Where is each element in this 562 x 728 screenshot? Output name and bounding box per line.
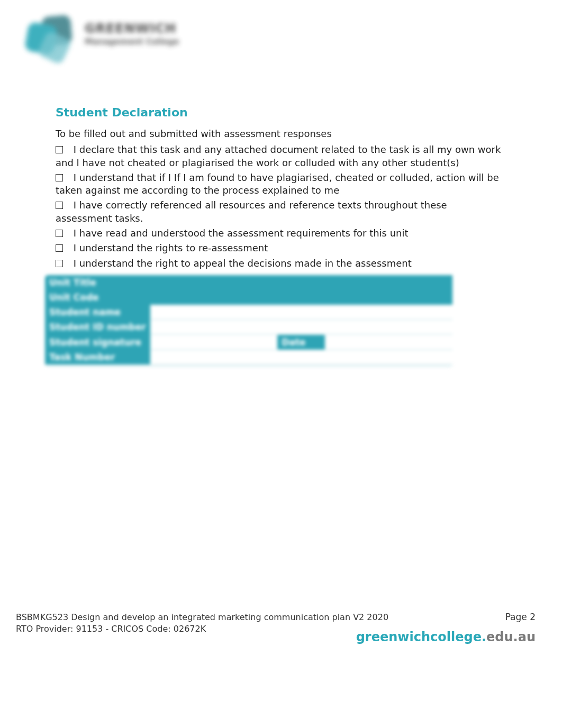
declaration-text: I understand the rights to re-assessment (74, 242, 268, 253)
declaration-text: I have read and understood the assessmen… (74, 228, 409, 239)
student-signature-label: Student signature (45, 334, 150, 350)
intro-text: To be filled out and submitted with asse… (56, 128, 503, 140)
unit-title-value (150, 275, 452, 290)
declaration-item: I understand that if I If I am found to … (56, 171, 503, 197)
task-number-value-a[interactable] (150, 350, 278, 365)
unit-code-label: Unit Code (45, 290, 150, 305)
page-number: Page 2 (505, 612, 536, 622)
declaration-text: I understand that if I If I am found to … (56, 172, 499, 196)
declaration-item: I understand the right to appeal the dec… (56, 257, 503, 270)
document-page: GREENWICH Management College Student Dec… (0, 0, 562, 728)
footer-website: greenwichcollege.edu.au (356, 630, 536, 644)
declaration-text: I have correctly referenced all resource… (56, 199, 447, 223)
declaration-item: I have read and understood the assessmen… (56, 227, 503, 240)
task-number-value-b[interactable] (277, 350, 452, 365)
declaration-text: I declare that this task and any attache… (56, 144, 501, 168)
declaration-item: I have correctly referenced all resource… (56, 199, 503, 225)
footer-website-bold: greenwichcollege. (356, 630, 486, 644)
page-footer: BSBMKG523 Design and develop an integrat… (16, 612, 546, 654)
student-signature-value[interactable] (150, 334, 278, 350)
unit-title-label: Unit Title (45, 275, 150, 290)
date-label: Date (277, 334, 325, 350)
logo-line1: GREENWICH (85, 21, 179, 36)
logo-line2: Management College (85, 37, 179, 47)
checkbox-icon[interactable] (56, 260, 63, 267)
section-heading: Student Declaration (56, 106, 503, 119)
student-form-table: Unit Title Unit Code Student name Studen… (45, 275, 452, 367)
logo: GREENWICH Management College (16, 11, 206, 69)
declaration-item: I declare that this task and any attache… (56, 143, 503, 169)
checkbox-icon[interactable] (56, 146, 63, 153)
checkbox-icon[interactable] (56, 230, 63, 237)
logo-text: GREENWICH Management College (85, 21, 179, 47)
unit-code-value (150, 290, 452, 305)
checkbox-icon[interactable] (56, 244, 63, 252)
footer-course-line: BSBMKG523 Design and develop an integrat… (16, 612, 546, 623)
checkbox-icon[interactable] (56, 174, 63, 181)
student-id-label: Student ID number (45, 320, 150, 334)
student-name-value[interactable] (150, 305, 452, 320)
declaration-item: I understand the rights to re-assessment (56, 242, 503, 254)
content-block: Student Declaration To be filled out and… (56, 106, 503, 272)
checkbox-icon[interactable] (56, 202, 63, 209)
task-number-label: Task Number (45, 350, 150, 365)
student-name-label: Student name (45, 305, 150, 320)
date-value[interactable] (325, 334, 452, 350)
logo-mark (26, 16, 77, 61)
declaration-text: I understand the right to appeal the dec… (74, 258, 412, 269)
student-id-value[interactable] (150, 320, 452, 334)
footer-website-rest: edu.au (486, 630, 536, 644)
